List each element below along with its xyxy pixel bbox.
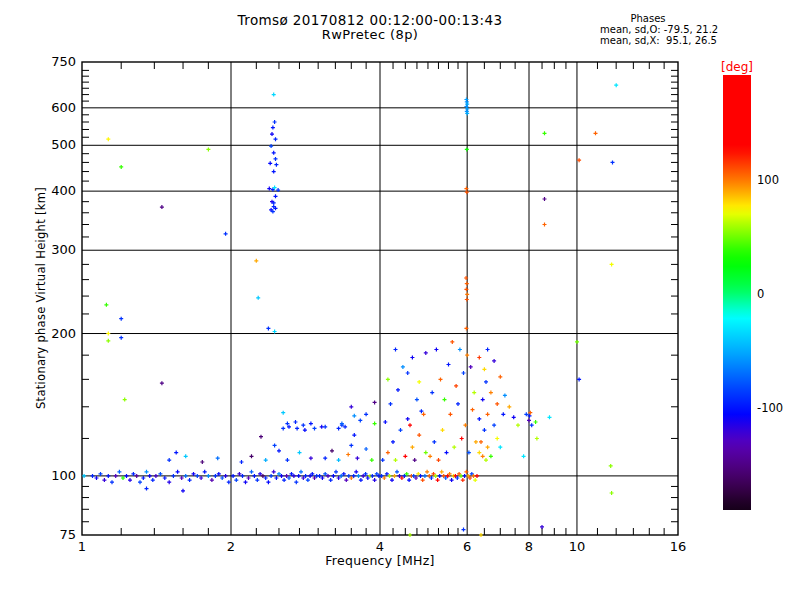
y-tick-label: 100 (34, 468, 76, 483)
y-tick-label: 300 (34, 242, 76, 257)
scatter-points (82, 83, 618, 537)
x-tick-label: 16 (660, 539, 696, 554)
colorbar-tick-label: 0 (757, 287, 764, 301)
colorbar (723, 75, 751, 510)
x-tick-label: 6 (449, 539, 485, 554)
y-tick-label: 500 (34, 137, 76, 152)
y-tick-label: 600 (34, 100, 76, 115)
ionogram-screenshot: Tromsø 20170812 00:12:00-00:13:43 RwPret… (0, 0, 800, 600)
colorbar-tick-label: -100 (757, 401, 783, 415)
y-tick-label: 200 (34, 326, 76, 341)
y-tick-label: 75 (34, 527, 76, 542)
x-tick-label: 2 (213, 539, 249, 554)
plot-area (0, 0, 800, 600)
x-tick-label: 8 (511, 539, 547, 554)
x-tick-label: 4 (362, 539, 398, 554)
y-tick-label: 400 (34, 183, 76, 198)
colorbar-unit-label: [deg] (714, 60, 760, 74)
y-tick-label: 750 (34, 54, 76, 69)
x-tick-label: 10 (559, 539, 595, 554)
colorbar-tick-label: 100 (757, 173, 779, 187)
